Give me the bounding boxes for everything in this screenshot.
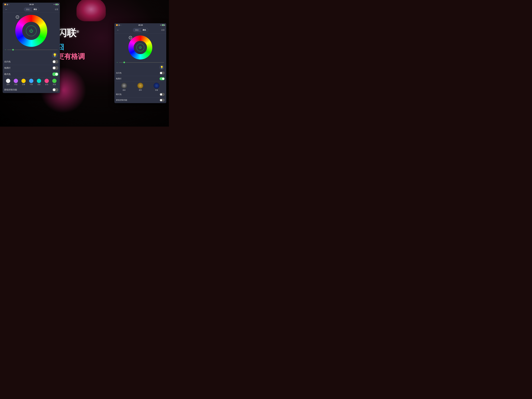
wheel-container-left: ⏻ + — [15, 15, 47, 47]
auto-flash-toggle-right[interactable] — [160, 72, 165, 75]
power-button-left[interactable]: ⏻ — [26, 25, 37, 36]
dot-calm[interactable] — [29, 79, 33, 83]
ambient-toggle-right[interactable] — [160, 77, 165, 80]
battery-icon-right — [162, 24, 165, 26]
toggle-row-group: 群组控制功能 — [4, 87, 58, 93]
plus-button-left[interactable]: + — [16, 15, 19, 19]
brightness-minus-left[interactable]: − — [5, 48, 6, 51]
back-button-left[interactable]: ← — [4, 8, 8, 11]
power-button-right[interactable]: ⏻ — [136, 44, 144, 51]
brightness-track-left[interactable] — [7, 50, 58, 50]
phone-panel-right: 📶 🖼 ○ 20:15 ★ ← 播放 调光 设置 ⏻ + — [114, 23, 166, 103]
auto-flash-toggle[interactable] — [52, 60, 58, 63]
mode-color-toggle[interactable] — [52, 72, 58, 76]
toggle-row-group-right: 群组控制功能 — [116, 97, 165, 103]
dot-read[interactable] — [52, 79, 57, 83]
status-icons-right: ★ — [53, 4, 58, 5]
toggle-row-mode-color: 模式色 — [4, 71, 58, 77]
dot-fresh[interactable] — [37, 79, 41, 83]
circle-icon-right: ○ — [120, 24, 121, 26]
dot-soft[interactable] — [6, 79, 10, 83]
auto-flash-thumb-right — [160, 72, 162, 74]
color-dot-read: 阅读 — [52, 79, 57, 86]
mood-img-romance[interactable] — [154, 83, 159, 89]
brightness-thumb-right[interactable] — [123, 62, 125, 63]
toggle-section-right: 自闪色 氛围灯 — [114, 70, 166, 82]
color-wheel-right[interactable]: ⏻ + — [128, 36, 152, 59]
status-icons-right-left: 📶 🖼 ○ — [116, 24, 121, 26]
wifi-icon-right: 📶 — [116, 24, 118, 26]
color-wheel-left[interactable]: ⏻ + — [15, 15, 47, 47]
mood-img-soft[interactable] — [137, 83, 143, 89]
color-dot-romance: 浪漫 — [14, 79, 18, 86]
back-button-right[interactable]: ← — [116, 29, 120, 32]
background-bulb — [76, 0, 106, 21]
dot-fresh-label: 清新 — [37, 83, 41, 86]
nav-tabs-left: 播放 调光 — [24, 7, 39, 12]
group-control-thumb-right — [160, 99, 162, 101]
group-control-toggle-right[interactable] — [160, 99, 165, 101]
color-wheel-area-left: ⏻ + — [3, 13, 60, 48]
brightness-row-left: − — [3, 48, 60, 52]
brightness-minus-right[interactable]: − — [116, 61, 118, 64]
status-time-right: 20:15 — [138, 24, 143, 26]
auto-flash-label-right: 自闪色 — [116, 72, 121, 74]
brightness-track-right[interactable] — [119, 62, 164, 63]
mode-color-label-right: 模式色 — [116, 93, 121, 96]
status-icons-left: 📶 🖼 ○ — [4, 4, 10, 5]
dot-warm[interactable] — [21, 79, 26, 83]
group-control-toggle[interactable] — [52, 88, 58, 91]
status-icons-right-right: ★ — [160, 24, 165, 26]
toggle-section-right-2: 模式色 群组控制功能 — [114, 92, 166, 103]
dot-romance[interactable] — [14, 79, 18, 83]
lamp-row-right: 💡 — [114, 64, 166, 70]
mood-item-soft: 柔和 — [137, 83, 143, 91]
lamp-button-left[interactable]: 💡 — [52, 52, 58, 58]
status-bar-right: 📶 🖼 ○ 20:15 ★ — [114, 23, 166, 27]
group-control-thumb — [53, 89, 56, 91]
toggle-row-ambient-right: 氛围灯 — [116, 76, 165, 82]
toggle-section-left: 自闪色 氛围灯 模式色 — [3, 59, 60, 77]
color-wheel-area-right: ⏻ + — [114, 33, 166, 61]
mood-label-romance: 浪漫 — [155, 89, 158, 91]
auto-flash-thumb — [53, 60, 56, 63]
mode-color-thumb-right — [160, 93, 162, 95]
brand-name: 闪联 — [57, 27, 76, 38]
status-bar-left: 📶 🖼 ○ 20:15 ★ — [3, 3, 60, 6]
ambient-thumb-right — [162, 78, 164, 80]
phone-panel-left: 📶 🖼 ○ 20:15 ★ ← 播放 调光 设置 ⏻ + — [3, 3, 60, 93]
nav-bar-left: ← 播放 调光 设置 — [3, 6, 60, 13]
circle-icon: ○ — [9, 4, 10, 5]
mood-img-rock[interactable] — [121, 83, 127, 89]
brightness-thumb-left[interactable] — [12, 49, 14, 51]
toggle-row-ambient: 氛围灯 — [4, 65, 58, 71]
color-dot-fresh: 清新 — [37, 79, 41, 86]
ambient-toggle[interactable] — [52, 66, 58, 70]
plus-button-right[interactable]: + — [129, 36, 132, 39]
dot-soft-label: 柔和 — [6, 83, 10, 86]
dot-happy-label: 欢快 — [45, 83, 48, 86]
settings-button-right[interactable]: 设置 — [161, 29, 165, 31]
lamp-button-right[interactable]: 💡 — [159, 65, 164, 70]
nav-bar-right: ← 播放 调光 设置 — [114, 27, 166, 33]
ambient-label-right: 氛围灯 — [116, 77, 121, 80]
color-dots-row-left: 柔和 浪漫 温馨 宁静 清新 欢快 阅读 — [3, 77, 60, 86]
settings-button-left[interactable]: 设置 — [55, 8, 58, 11]
brand-registered: ® — [76, 30, 79, 34]
toggle-row-mode-color-right: 模式色 — [116, 92, 165, 97]
color-dot-calm: 宁静 — [29, 79, 33, 86]
tab-dim-right[interactable]: 调光 — [141, 28, 148, 32]
mode-color-toggle-right[interactable] — [160, 93, 165, 96]
dot-happy[interactable] — [44, 79, 49, 83]
color-dot-soft: 柔和 — [6, 79, 10, 86]
background-tag: 更有格调 — [57, 52, 85, 61]
tab-play-left[interactable]: 播放 — [24, 8, 32, 11]
color-dot-happy: 欢快 — [44, 79, 49, 86]
ambient-label: 氛围灯 — [4, 67, 11, 70]
power-icon-left: ⏻ — [29, 29, 33, 33]
mood-label-soft: 柔和 — [139, 89, 142, 91]
tab-play-right[interactable]: 播放 — [133, 28, 140, 32]
mood-row-right: 摇滚 柔和 浪漫 — [114, 82, 166, 92]
mood-item-rock: 摇滚 — [121, 83, 127, 91]
tab-dim-left[interactable]: 调光 — [32, 8, 39, 11]
